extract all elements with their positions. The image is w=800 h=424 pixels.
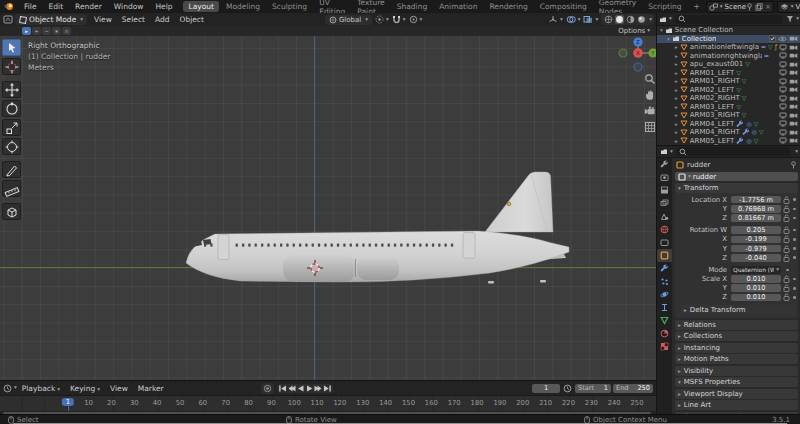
jump-start-button[interactable] xyxy=(278,384,287,393)
show-gizmo-button[interactable]: ▾ xyxy=(548,15,563,24)
disable-viewport-icon[interactable] xyxy=(779,103,787,110)
disable-render-icon[interactable] xyxy=(789,129,798,136)
animate-dot[interactable] xyxy=(793,256,796,259)
y-field[interactable]: -0.979 xyxy=(731,245,781,253)
properties-tab-output[interactable] xyxy=(657,184,672,197)
filter-icon[interactable] xyxy=(786,15,794,23)
properties-tab-particles[interactable] xyxy=(657,275,672,288)
shading-wire-icon[interactable] xyxy=(604,15,613,24)
current-frame-field[interactable]: 1 xyxy=(532,384,560,393)
disable-viewport-icon[interactable] xyxy=(779,44,787,51)
tool-add-cube[interactable] xyxy=(2,203,21,220)
outliner-row[interactable]: ▾ Collection xyxy=(657,35,800,44)
lock-icon[interactable] xyxy=(783,196,790,204)
lock-icon[interactable] xyxy=(783,275,790,283)
viewport-menu-select[interactable]: Select xyxy=(117,15,150,24)
outliner-row[interactable]: ▸ ARM03_RIGHT ▽ xyxy=(657,111,800,120)
toggle-xray-button[interactable]: ▾ xyxy=(583,15,598,24)
lock-icon[interactable] xyxy=(783,254,790,262)
new-scene-icon[interactable] xyxy=(755,3,763,11)
disable-render-icon[interactable] xyxy=(789,86,798,93)
tool-select-box[interactable] xyxy=(2,39,21,56)
disable-viewport-icon[interactable] xyxy=(779,129,787,136)
scale-x-field[interactable]: 0.010 xyxy=(731,275,781,283)
disable-render-icon[interactable] xyxy=(789,112,798,119)
outliner-editor-icon[interactable] xyxy=(659,16,667,23)
menu-file[interactable]: File xyxy=(18,2,43,11)
properties-editor-icon[interactable] xyxy=(660,148,668,155)
properties-tab-texture[interactable] xyxy=(657,340,672,353)
lock-icon[interactable] xyxy=(783,226,790,234)
properties-options-icon[interactable]: ▾ xyxy=(795,149,798,155)
outliner-row[interactable]: ▸ ARM03_LEFT ▽ xyxy=(657,103,800,112)
animate-dot[interactable] xyxy=(793,278,796,281)
animate-dot[interactable] xyxy=(793,238,796,241)
disable-viewport-icon[interactable] xyxy=(779,95,787,102)
disable-render-icon[interactable] xyxy=(789,61,798,68)
tool-rotate[interactable] xyxy=(2,100,21,117)
disable-viewport-icon[interactable] xyxy=(779,78,787,85)
play-reverse-button[interactable] xyxy=(296,384,305,393)
outliner-row[interactable]: ▸ ARM01_LEFT ▽ xyxy=(657,69,800,78)
disable-viewport-icon[interactable] xyxy=(779,69,787,76)
tool-scale[interactable] xyxy=(2,119,21,136)
panel-line-art[interactable]: ▸Line Art xyxy=(675,400,798,410)
properties-tab-data[interactable] xyxy=(657,314,672,327)
menu-edit[interactable]: Edit xyxy=(43,2,70,11)
show-overlays-button[interactable]: ▾ xyxy=(566,15,581,24)
animate-dot[interactable] xyxy=(793,198,796,201)
disable-render-icon[interactable] xyxy=(789,35,798,42)
workspace-tab-compositing[interactable]: Compositing xyxy=(535,1,592,12)
workspace-tab-scripting[interactable]: Scripting xyxy=(643,1,686,12)
snap-magnet-button[interactable]: ▾ xyxy=(392,15,406,24)
frame-end-field[interactable]: End 250 xyxy=(613,384,653,393)
y-field[interactable]: 0.76968 m xyxy=(731,205,781,213)
outliner-row[interactable]: ▸ ARM02_RIGHT ▽ xyxy=(657,94,800,103)
blender-logo-icon[interactable] xyxy=(4,2,14,11)
keying-clock-icon[interactable] xyxy=(563,384,572,393)
add-workspace-button[interactable]: + xyxy=(689,1,705,12)
location-x-field[interactable]: -1.7756 m xyxy=(731,196,781,204)
navigation-gizmo[interactable]: Z Y X xyxy=(612,36,656,76)
properties-tab-object[interactable] xyxy=(657,249,672,262)
workspace-tab-layout[interactable]: Layout xyxy=(183,1,219,12)
editor-type-icon[interactable] xyxy=(3,15,13,24)
z-field[interactable]: 0.81667 m xyxy=(731,214,781,222)
lock-icon[interactable] xyxy=(783,235,790,243)
disable-render-icon[interactable] xyxy=(789,78,798,85)
animate-dot[interactable] xyxy=(793,229,796,232)
properties-tab-view-layer[interactable] xyxy=(657,197,672,210)
properties-tab-collection[interactable] xyxy=(657,236,672,249)
disable-viewport-icon[interactable] xyxy=(779,112,787,119)
viewlayer-selector[interactable]: ▾ ViewLayer × xyxy=(777,1,800,13)
camera-view-icon[interactable] xyxy=(644,105,656,117)
shading-mat-icon[interactable] xyxy=(626,15,635,24)
x-field[interactable]: -0.199 xyxy=(731,236,781,244)
next-keyframe-button[interactable] xyxy=(314,384,323,393)
auto-keyframe-button[interactable] xyxy=(261,383,274,394)
disable-render-icon[interactable] xyxy=(789,120,798,127)
pivot-point-button[interactable]: ▾ xyxy=(375,15,389,24)
z-field[interactable]: -0.040 xyxy=(731,254,781,262)
properties-search-input[interactable] xyxy=(676,147,790,156)
transform-panel-header[interactable]: ▾ Transform xyxy=(675,183,798,193)
disable-render-icon[interactable] xyxy=(789,137,798,144)
properties-tab-constraints[interactable] xyxy=(657,301,672,314)
panel-visibility[interactable]: ▸Visibility xyxy=(675,366,798,376)
outliner-search-input[interactable] xyxy=(675,15,783,24)
pin-icon[interactable] xyxy=(790,161,797,169)
lock-icon[interactable] xyxy=(783,284,790,292)
select-mode-0[interactable]: ▸ xyxy=(22,27,31,35)
pin-icon[interactable] xyxy=(746,3,753,11)
current-frame-marker[interactable]: 1 xyxy=(62,398,74,406)
timeline-menu-marker[interactable]: Marker xyxy=(133,384,169,393)
panel-viewport-display[interactable]: ▸Viewport Display xyxy=(675,389,798,399)
disable-render-icon[interactable] xyxy=(789,52,798,59)
workspace-tab-modeling[interactable]: Modeling xyxy=(221,1,265,12)
properties-tab-tool[interactable] xyxy=(657,158,672,171)
menu-render[interactable]: Render xyxy=(69,2,108,11)
timeline-ruler[interactable]: 1102030405060708090100110120130140150160… xyxy=(0,396,656,411)
lock-icon[interactable] xyxy=(783,293,790,301)
scene-selector[interactable]: ▾ Scene × xyxy=(706,1,774,13)
animate-dot[interactable] xyxy=(793,296,796,299)
